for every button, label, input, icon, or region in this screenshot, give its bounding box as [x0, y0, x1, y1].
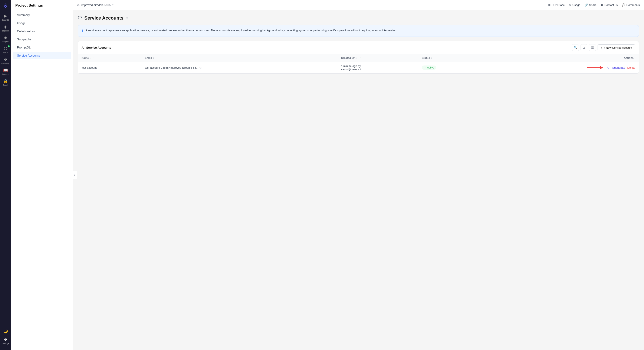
ddn-base-button[interactable]: ▦ DDN Base — [548, 3, 564, 6]
readme-label: Readme — [2, 73, 9, 75]
table-header-row: Name ↕ ⋮ Email ↕ ⋮ — [78, 54, 639, 62]
copy-email-icon[interactable]: ⧉ — [200, 66, 202, 69]
account-status-cell: ✓ Active — [418, 62, 480, 74]
dark-mode-button[interactable]: 🌙 — [1, 328, 10, 335]
app-logo[interactable] — [2, 2, 9, 9]
lock-icon: 🔒 — [3, 79, 8, 83]
project-icon: ⊙ — [77, 3, 80, 7]
email-more-icon[interactable]: ⋮ — [156, 56, 158, 59]
table-container: All Service Accounts 🔍 ⊿ ☰ + + New Servi… — [78, 41, 639, 74]
promptql-label: PromptQL — [2, 62, 10, 64]
settings-button[interactable]: ⚙ Settings — [1, 336, 10, 346]
graphql-label: GraphQL — [2, 19, 9, 21]
delete-button[interactable]: Delete — [627, 66, 635, 69]
insights-label: Insights — [2, 41, 8, 43]
col-actions: Actions — [480, 54, 639, 62]
created-more-icon[interactable]: ⋮ — [359, 56, 362, 59]
col-status: Status ↕ ⋮ — [418, 54, 480, 62]
builds-badge: 0 — [8, 45, 10, 47]
account-email-cell: test-account-2465@improved-airedale-55..… — [142, 62, 338, 74]
page-help-icon[interactable]: ⊟ — [126, 16, 128, 20]
svg-point-1 — [5, 5, 6, 6]
table-toolbar: All Service Accounts 🔍 ⊿ ☰ + + New Servi… — [78, 41, 639, 54]
account-actions-cell: ↻ Regenerate Delete — [480, 62, 639, 74]
sidebar-item-collaborators[interactable]: Collaborators — [13, 27, 71, 35]
eye-icon: ◉ — [4, 24, 7, 29]
main-content: 🛡 Service Accounts ⊟ ℹ A service account… — [73, 10, 644, 350]
graphql-icon: ▶ — [4, 14, 7, 18]
sidebar-item-usage[interactable]: Usage — [13, 19, 71, 27]
new-service-account-button[interactable]: + + New Service Account — [598, 44, 635, 51]
sidebar-item-graphql[interactable]: ▶ GraphQL — [1, 12, 10, 22]
active-dot-icon: ✓ — [424, 66, 426, 69]
account-name-cell: test-account — [78, 62, 142, 74]
share-icon: 🔗 — [584, 3, 588, 6]
col-email: Email ↕ ⋮ — [142, 54, 338, 62]
status-sort-icon[interactable]: ↕ — [431, 57, 432, 59]
chevron-down-icon[interactable]: ▾ — [112, 3, 114, 6]
usage-button[interactable]: ◎ Usage — [569, 3, 580, 6]
table-row: test-account test-account-2465@improved-… — [78, 62, 639, 74]
settings-gear-icon: ⚙ — [4, 337, 7, 342]
sidebar-item-service-accounts[interactable]: Service Accounts — [13, 52, 71, 59]
name-sort-icon[interactable]: ↕ — [90, 57, 91, 59]
contact-icon: ⚙ — [601, 3, 603, 6]
created-sort-icon[interactable]: ↕ — [356, 57, 357, 59]
sidebar-item-summary[interactable]: Summary — [13, 11, 71, 19]
status-more-icon[interactable]: ⋮ — [434, 56, 436, 59]
builds-icon: ⬡ — [4, 46, 7, 51]
collapse-sidebar-button[interactable]: « — [72, 171, 77, 179]
columns-button[interactable]: ☰ — [589, 44, 596, 51]
regenerate-button[interactable]: ↻ Regenerate — [607, 66, 625, 69]
sidebar-item-builds[interactable]: ⬡ Builds 0 — [1, 45, 10, 55]
ddn-icon: ▦ — [548, 3, 550, 6]
refresh-icon: ↻ — [607, 66, 610, 69]
settings-label: Settings — [2, 342, 9, 345]
page-header: 🛡 Service Accounts ⊟ — [78, 15, 639, 21]
explorer-label: Explorer — [2, 30, 9, 32]
comments-icon: 💬 — [622, 3, 625, 6]
sidebar-item-subgraphs[interactable]: Subgraphs — [13, 35, 71, 43]
builds-label: Builds — [3, 51, 8, 54]
plus-icon: + — [601, 46, 602, 49]
info-banner: ℹ A service account represents an applic… — [78, 25, 639, 37]
shield-icon: 🛡 — [78, 16, 82, 21]
status-badge: ✓ Active — [422, 65, 436, 70]
col-name: Name ↕ ⋮ — [78, 54, 142, 62]
sidebar-item-promptql-settings[interactable]: PromptQL — [13, 44, 71, 51]
email-sort-icon[interactable]: ↕ — [153, 57, 154, 59]
project-name[interactable]: improved-airedale-5505 — [81, 3, 110, 6]
promptql-icon: ⚙ — [4, 57, 7, 62]
sidebar-item-oauth[interactable]: 🔒 OAuth — [1, 77, 10, 87]
readme-icon: 📖 — [3, 68, 8, 72]
top-bar-right: ▦ DDN Base ◎ Usage 🔗 Share ⚙ Contact us … — [548, 3, 640, 6]
sidebar-item-readme[interactable]: 📖 Readme — [1, 67, 10, 77]
sidebar-item-promptql[interactable]: ⚙ PromptQL — [1, 56, 10, 66]
insights-icon: ◈ — [4, 35, 7, 40]
icon-bar: ▶ GraphQL ◉ Explorer ◈ Insights ⬡ Builds… — [0, 0, 11, 350]
moon-icon: 🌙 — [3, 329, 8, 334]
page-title: Service Accounts — [84, 15, 124, 21]
comments-button[interactable]: 💬 Comments — [622, 3, 640, 6]
chevron-left-icon: « — [74, 174, 76, 176]
top-bar: ⊙ improved-airedale-5505 ▾ ▦ DDN Base ◎ … — [73, 0, 644, 10]
sidebar: Project Settings Summary Usage Collabora… — [11, 0, 73, 350]
name-more-icon[interactable]: ⋮ — [92, 56, 95, 59]
info-icon: ℹ — [82, 28, 83, 34]
annotation-arrow — [587, 65, 604, 70]
share-button[interactable]: 🔗 Share — [584, 3, 596, 6]
contact-us-button[interactable]: ⚙ Contact us — [601, 3, 618, 6]
usage-icon: ◎ — [569, 3, 572, 6]
table-section-title: All Service Accounts — [82, 46, 111, 49]
col-created-on: Created On ↕ ⋮ — [338, 54, 418, 62]
table-toolbar-actions: 🔍 ⊿ ☰ + + New Service Account — [572, 44, 635, 51]
main-wrapper: ⊙ improved-airedale-5505 ▾ ▦ DDN Base ◎ … — [73, 0, 644, 350]
filter-button[interactable]: ⊿ — [580, 44, 587, 51]
sidebar-title: Project Settings — [11, 3, 72, 11]
service-accounts-table: Name ↕ ⋮ Email ↕ ⋮ — [78, 54, 639, 73]
account-created-cell: 1 minute ago by varun@hasura.io — [338, 62, 418, 74]
sidebar-item-explorer[interactable]: ◉ Explorer — [1, 23, 10, 33]
info-banner-text: A service account represents an applicat… — [86, 28, 397, 32]
sidebar-item-insights[interactable]: ◈ Insights — [1, 34, 10, 44]
search-button[interactable]: 🔍 — [572, 44, 579, 51]
